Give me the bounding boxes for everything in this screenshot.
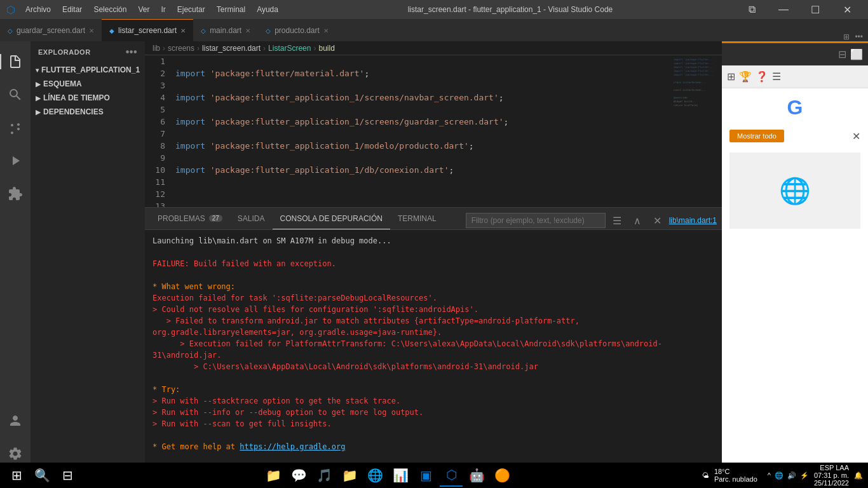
dart-icon: ◇ <box>8 27 13 34</box>
activity-account[interactable] <box>0 405 31 436</box>
window-sidebar-toggle[interactable]: ⧉ <box>737 0 766 19</box>
breadcrumb-lib[interactable]: lib <box>153 44 160 53</box>
taskbar-chrome[interactable]: 🟠 <box>491 464 513 487</box>
time-widget[interactable]: ESP LAA 07:31 p. m. 25/11/2022 <box>814 464 849 487</box>
terminal-output[interactable]: Launching lib\main.dart on SM A107M in d… <box>145 230 722 460</box>
activity-run[interactable] <box>0 146 31 176</box>
tab-label-listar: listar_screen.dart <box>118 26 177 35</box>
more-tabs-icon[interactable]: ••• <box>855 32 863 41</box>
taskbar-android[interactable]: 🤖 <box>465 464 488 487</box>
breadcrumb-screens[interactable]: screens <box>168 44 194 53</box>
activity-source-control[interactable] <box>0 112 31 143</box>
taskview-button[interactable]: ⊟ <box>56 464 79 487</box>
tab-close-listar[interactable]: ✕ <box>180 27 186 34</box>
taskbar-excel[interactable]: 📊 <box>389 464 412 487</box>
tray-expand[interactable]: ^ <box>768 471 771 479</box>
browser-icon-4[interactable]: ☰ <box>772 71 781 83</box>
browser-panel-icon1[interactable]: ⊟ <box>838 48 846 60</box>
window-close[interactable]: ✕ <box>832 0 862 19</box>
editor-layout-icon[interactable]: ⊞ <box>843 32 850 41</box>
sidebar-item-esquema[interactable]: ▶ ESQUEMA <box>31 77 145 91</box>
browser-panel-close[interactable]: ✕ <box>852 130 860 142</box>
menu-ayuda[interactable]: Ayuda <box>252 0 283 19</box>
tray-network[interactable]: 🌐 <box>775 471 783 480</box>
activity-explorer[interactable] <box>0 46 31 77</box>
tab-close-guardar[interactable]: ✕ <box>89 27 94 34</box>
menu-ver[interactable]: Ver <box>133 0 154 19</box>
menu-ir[interactable]: Ir <box>156 0 170 19</box>
filter-input[interactable] <box>466 213 606 228</box>
tray-battery[interactable]: ⚡ <box>800 471 809 480</box>
tab-guardar[interactable]: ◇ guardar_screen.dart ✕ <box>0 19 102 41</box>
tab-label-producto: producto.dart <box>275 26 320 35</box>
taskbar-app1[interactable]: ▣ <box>414 464 437 487</box>
output-try: * Try: <box>153 384 714 395</box>
weather-widget[interactable]: 🌤 18°C Parc. nublado <box>697 468 763 483</box>
menu-editar[interactable]: Editar <box>57 0 87 19</box>
window-minimize[interactable]: — <box>769 0 798 19</box>
taskbar-spotify[interactable]: 🎵 <box>313 464 336 487</box>
tab-terminal[interactable]: TERMINAL <box>390 207 444 229</box>
activity-search[interactable] <box>0 79 31 110</box>
code-content[interactable]: import 'package:flutter/material.dart'; … <box>170 55 671 207</box>
panel-list-icon[interactable]: ☰ <box>608 212 626 229</box>
taskbar-time: 07:31 p. m. <box>814 471 849 479</box>
tray-notification[interactable]: 🔔 <box>854 471 863 480</box>
taskbar-date: 25/11/2022 <box>814 479 849 487</box>
taskbar-browser1[interactable]: 🌐 <box>363 464 386 487</box>
panel-close[interactable]: ✕ <box>649 212 667 229</box>
breadcrumb-file[interactable]: listar_screen.dart <box>202 44 261 53</box>
tray-volume[interactable]: 🔊 <box>787 471 796 480</box>
arrow-icon-linea: ▶ <box>36 95 41 102</box>
taskbar-explorer[interactable]: 📁 <box>338 464 361 487</box>
tab-listar[interactable]: ◆ listar_screen.dart ✕ <box>102 19 193 41</box>
sep1: › <box>163 44 165 53</box>
tab-salida[interactable]: SALIDA <box>230 207 273 229</box>
taskbar: ⊞ 🔍 ⊟ 📁 💬 🎵 📁 🌐 📊 ▣ ⬡ 🤖 🟠 🌤 18°C Parc. n… <box>0 463 868 488</box>
output-blank-1 <box>153 247 714 258</box>
panel-controls: ☰ ∧ ✕ lib\main.dart:1 <box>466 212 717 229</box>
taskbar-teams[interactable]: 💬 <box>287 464 310 487</box>
mostrar-todo-button[interactable]: Mostrar todo <box>729 130 784 142</box>
sidebar-more[interactable]: ••• <box>126 46 137 58</box>
panel-up-icon[interactable]: ∧ <box>628 212 646 229</box>
browser-toolbar: ⊞ 🏆 ❓ ☰ <box>722 65 868 88</box>
search-button[interactable]: 🔍 <box>31 464 53 487</box>
code-editor[interactable]: 12345 678910 111213 import 'package:flut… <box>145 55 722 207</box>
sidebar-item-dependencies[interactable]: ▶ DEPENDENCIES <box>31 105 145 119</box>
menu-ejecutar[interactable]: Ejecutar <box>172 0 210 19</box>
output-jar-path: > C:\Users\alexa\AppData\Local\Android\s… <box>153 361 714 372</box>
browser-panel-icon2[interactable]: ⬜ <box>850 48 863 60</box>
tab-close-main[interactable]: ✕ <box>245 27 250 34</box>
menu-bar[interactable]: Archivo Editar Selección Ver Ir Ejecutar… <box>20 0 283 19</box>
gradle-link[interactable]: https://help.gradle.org <box>240 442 345 451</box>
weather-icon: 🌤 <box>702 471 709 479</box>
breadcrumb-class[interactable]: ListarScreen <box>268 44 311 53</box>
activity-extensions[interactable] <box>0 179 31 209</box>
window-title: listar_screen.dart - flutter_application… <box>408 5 613 14</box>
menu-seleccion[interactable]: Selección <box>88 0 132 19</box>
tab-close-producto[interactable]: ✕ <box>323 27 329 34</box>
start-button[interactable]: ⊞ <box>5 464 28 487</box>
sidebar: EXPLORADOR ••• ▾ FLUTTER_APPLICATION_1 ▶… <box>31 41 145 474</box>
sidebar-item-linea-tiempo[interactable]: ▶ LÍNEA DE TIEMPO <box>31 91 145 105</box>
browser-icon-1[interactable]: ⊞ <box>727 71 735 83</box>
dart-icon-active: ◆ <box>109 27 114 34</box>
tab-consola[interactable]: CONSOLA DE DEPURACIÓN <box>273 207 390 229</box>
taskbar-vscode[interactable]: ⬡ <box>440 464 463 487</box>
output-stacktrace: > Run with --stacktrace option to get th… <box>153 395 714 407</box>
output-transform: > Failed to transform android.jar to mat… <box>153 315 714 338</box>
tab-producto[interactable]: ◇ producto.dart ✕ <box>258 19 336 41</box>
window-maximize[interactable]: ☐ <box>801 0 830 19</box>
breadcrumb-method[interactable]: build <box>318 44 334 53</box>
browser-icon-2[interactable]: 🏆 <box>739 71 752 83</box>
menu-archivo[interactable]: Archivo <box>20 0 56 19</box>
tab-main[interactable]: ◇ main.dart ✕ <box>193 19 258 41</box>
browser-icon-3[interactable]: ❓ <box>756 71 768 83</box>
link-main-dart[interactable]: lib\main.dart:1 <box>669 216 717 225</box>
google-logo: G <box>787 96 803 119</box>
sidebar-item-flutter-app[interactable]: ▾ FLUTTER_APPLICATION_1 <box>31 63 145 77</box>
tab-problemas[interactable]: PROBLEMAS 27 <box>150 207 230 229</box>
taskbar-edge[interactable]: 📁 <box>262 464 285 487</box>
menu-terminal[interactable]: Terminal <box>212 0 250 19</box>
